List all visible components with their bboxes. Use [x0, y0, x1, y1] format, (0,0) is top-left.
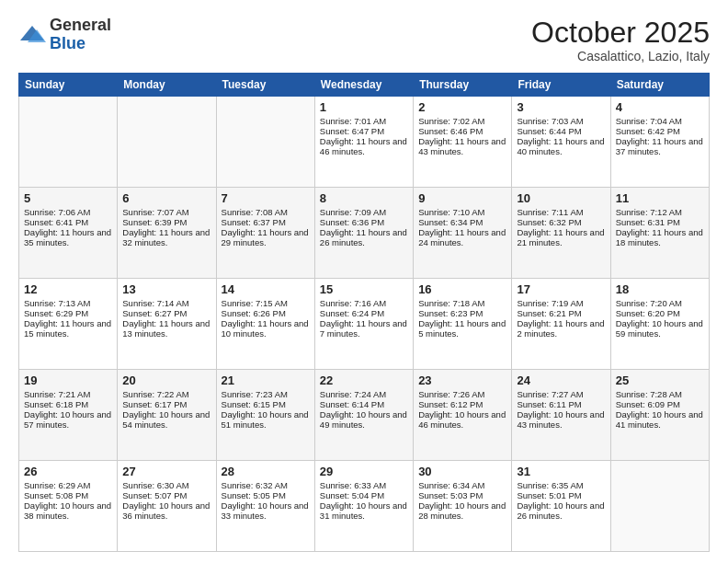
- day-number: 13: [122, 282, 210, 296]
- weekday-header-sunday: Sunday: [19, 74, 118, 97]
- weekday-header-saturday: Saturday: [610, 74, 709, 97]
- calendar-cell: [118, 97, 216, 188]
- calendar-cell: 29Sunrise: 6:33 AMSunset: 5:04 PMDayligh…: [314, 461, 413, 552]
- calendar-cell: 6Sunrise: 7:07 AMSunset: 6:39 PMDaylight…: [118, 188, 216, 279]
- calendar-cell: 11Sunrise: 7:12 AMSunset: 6:31 PMDayligh…: [610, 188, 709, 279]
- calendar-cell: 10Sunrise: 7:11 AMSunset: 6:32 PMDayligh…: [512, 188, 610, 279]
- day-number: 28: [222, 465, 310, 478]
- calendar-cell: 14Sunrise: 7:15 AMSunset: 6:26 PMDayligh…: [216, 279, 314, 370]
- calendar-table: SundayMondayTuesdayWednesdayThursdayFrid…: [18, 73, 710, 552]
- day-number: 6: [122, 191, 210, 205]
- calendar-cell: 22Sunrise: 7:24 AMSunset: 6:14 PMDayligh…: [314, 370, 413, 461]
- calendar-cell: 24Sunrise: 7:27 AMSunset: 6:11 PMDayligh…: [512, 370, 610, 461]
- day-number: 21: [222, 373, 310, 387]
- day-number: 25: [616, 373, 704, 387]
- day-number: 31: [517, 465, 605, 478]
- day-number: 11: [616, 191, 704, 205]
- calendar-cell: 1Sunrise: 7:01 AMSunset: 6:47 PMDaylight…: [314, 97, 413, 188]
- calendar-cell: 3Sunrise: 7:03 AMSunset: 6:44 PMDaylight…: [512, 97, 610, 188]
- calendar-cell: 25Sunrise: 7:28 AMSunset: 6:09 PMDayligh…: [610, 370, 709, 461]
- calendar-cell: 26Sunrise: 6:29 AMSunset: 5:08 PMDayligh…: [19, 461, 118, 552]
- day-number: 20: [122, 373, 210, 387]
- weekday-header-monday: Monday: [118, 74, 216, 97]
- weekday-header-wednesday: Wednesday: [314, 74, 413, 97]
- calendar-cell: [216, 97, 314, 188]
- title-block: October 2025 Casalattico, Lazio, Italy: [531, 17, 710, 63]
- calendar-cell: [19, 97, 118, 188]
- weekday-header-friday: Friday: [512, 74, 610, 97]
- day-number: 17: [517, 282, 605, 296]
- day-number: 18: [616, 282, 704, 296]
- day-number: 19: [24, 373, 112, 387]
- calendar-week-row: 19Sunrise: 7:21 AMSunset: 6:18 PMDayligh…: [19, 370, 710, 461]
- calendar-cell: 5Sunrise: 7:06 AMSunset: 6:41 PMDaylight…: [19, 188, 118, 279]
- day-number: 9: [418, 191, 506, 205]
- day-number: 8: [320, 191, 408, 205]
- day-number: 3: [517, 100, 605, 114]
- calendar-cell: 27Sunrise: 6:30 AMSunset: 5:07 PMDayligh…: [118, 461, 216, 552]
- day-number: 30: [418, 465, 506, 478]
- logo: General Blue: [18, 17, 111, 53]
- calendar-week-row: 26Sunrise: 6:29 AMSunset: 5:08 PMDayligh…: [19, 461, 710, 552]
- calendar-cell: [610, 461, 709, 552]
- calendar-cell: 15Sunrise: 7:16 AMSunset: 6:24 PMDayligh…: [314, 279, 413, 370]
- header: General Blue October 2025 Casalattico, L…: [18, 17, 710, 63]
- logo-icon: [18, 24, 46, 46]
- calendar-cell: 19Sunrise: 7:21 AMSunset: 6:18 PMDayligh…: [19, 370, 118, 461]
- calendar-cell: 2Sunrise: 7:02 AMSunset: 6:46 PMDaylight…: [414, 97, 512, 188]
- day-number: 4: [616, 100, 704, 114]
- calendar-cell: 16Sunrise: 7:18 AMSunset: 6:23 PMDayligh…: [414, 279, 512, 370]
- calendar-cell: 9Sunrise: 7:10 AMSunset: 6:34 PMDaylight…: [414, 188, 512, 279]
- day-number: 24: [517, 373, 605, 387]
- weekday-header-tuesday: Tuesday: [216, 74, 314, 97]
- calendar-week-row: 12Sunrise: 7:13 AMSunset: 6:29 PMDayligh…: [19, 279, 710, 370]
- calendar-cell: 30Sunrise: 6:34 AMSunset: 5:03 PMDayligh…: [414, 461, 512, 552]
- day-number: 12: [24, 282, 112, 296]
- calendar-week-row: 5Sunrise: 7:06 AMSunset: 6:41 PMDaylight…: [19, 188, 710, 279]
- weekday-header-thursday: Thursday: [414, 74, 512, 97]
- day-number: 16: [418, 282, 506, 296]
- calendar-cell: 13Sunrise: 7:14 AMSunset: 6:27 PMDayligh…: [118, 279, 216, 370]
- day-number: 2: [418, 100, 506, 114]
- location: Casalattico, Lazio, Italy: [531, 49, 710, 63]
- logo-blue-text: Blue: [50, 34, 85, 52]
- calendar-cell: 28Sunrise: 6:32 AMSunset: 5:05 PMDayligh…: [216, 461, 314, 552]
- calendar-cell: 21Sunrise: 7:23 AMSunset: 6:15 PMDayligh…: [216, 370, 314, 461]
- day-number: 14: [222, 282, 310, 296]
- calendar-cell: 31Sunrise: 6:35 AMSunset: 5:01 PMDayligh…: [512, 461, 610, 552]
- calendar-cell: 12Sunrise: 7:13 AMSunset: 6:29 PMDayligh…: [19, 279, 118, 370]
- day-number: 27: [122, 465, 210, 478]
- calendar-cell: 4Sunrise: 7:04 AMSunset: 6:42 PMDaylight…: [610, 97, 709, 188]
- calendar-cell: 23Sunrise: 7:26 AMSunset: 6:12 PMDayligh…: [414, 370, 512, 461]
- page: General Blue October 2025 Casalattico, L…: [0, 0, 728, 563]
- calendar-cell: 8Sunrise: 7:09 AMSunset: 6:36 PMDaylight…: [314, 188, 413, 279]
- day-number: 26: [24, 465, 112, 478]
- logo-general-text: General: [50, 16, 111, 34]
- weekday-header-row: SundayMondayTuesdayWednesdayThursdayFrid…: [19, 74, 710, 97]
- day-number: 22: [320, 373, 408, 387]
- month-title: October 2025: [531, 17, 710, 49]
- day-number: 23: [418, 373, 506, 387]
- calendar-cell: 7Sunrise: 7:08 AMSunset: 6:37 PMDaylight…: [216, 188, 314, 279]
- day-number: 1: [320, 100, 408, 114]
- day-number: 7: [222, 191, 310, 205]
- day-number: 5: [24, 191, 112, 205]
- day-number: 15: [320, 282, 408, 296]
- calendar-cell: 20Sunrise: 7:22 AMSunset: 6:17 PMDayligh…: [118, 370, 216, 461]
- day-number: 10: [517, 191, 605, 205]
- calendar-week-row: 1Sunrise: 7:01 AMSunset: 6:47 PMDaylight…: [19, 97, 710, 188]
- calendar-cell: 17Sunrise: 7:19 AMSunset: 6:21 PMDayligh…: [512, 279, 610, 370]
- day-number: 29: [320, 465, 408, 478]
- calendar-cell: 18Sunrise: 7:20 AMSunset: 6:20 PMDayligh…: [610, 279, 709, 370]
